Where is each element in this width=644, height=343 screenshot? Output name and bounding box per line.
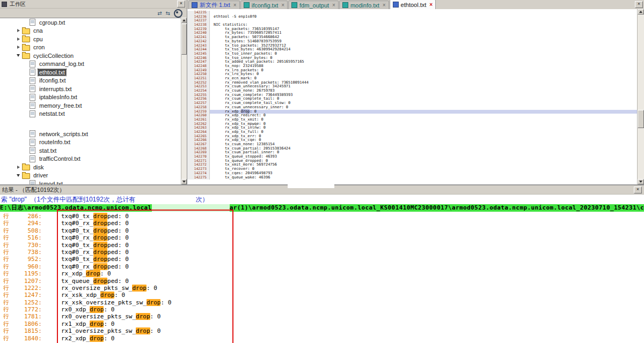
result-rows: 行286:txq#0_tx_dropped: 0行294:txq#0_rx_dr… <box>0 212 644 342</box>
line-text: rx_xdp_tx_inlnw: 0 <box>210 126 638 130</box>
tree-item-cgroup.txt[interactable]: cgroup.txt <box>0 18 181 27</box>
result-row[interactable]: 行1222:rx_oversize_pkts_sw_drop: 0 <box>0 285 644 292</box>
match-highlight: drop <box>93 263 108 270</box>
tab-新文件 1.txt[interactable]: 新文件 1.txt× <box>188 1 240 9</box>
editor-code[interactable]: 142235142236ethtool -S enp1s0f0142237142… <box>187 9 638 184</box>
editor-line: 142236ethtool -S enp1s0f0 <box>187 15 638 19</box>
tree-item-ethtool.txt[interactable]: ethtool.txt <box>0 68 181 77</box>
result-row[interactable]: 行1207:tx_queue_dropped: 0 <box>0 278 644 285</box>
result-row[interactable]: 行952:txq#0_tx_dropped: 0 <box>0 256 644 263</box>
tree-item-cpu[interactable]: cpu <box>0 35 181 43</box>
row-line-label: 行 <box>0 299 14 306</box>
tab-label: ethtool.txt <box>401 2 427 8</box>
tree-item-netstat.txt[interactable]: netstat.txt <box>0 110 181 118</box>
row-line-label: 行 <box>0 263 14 270</box>
row-line-number: 286: <box>14 213 42 220</box>
tree-item-label: command_log.txt <box>38 61 85 67</box>
match-highlight: drop <box>93 278 108 285</box>
scroll-down-icon[interactable] <box>638 179 644 184</box>
tree-item-command_log.txt[interactable]: command_log.txt <box>0 60 181 69</box>
expand-arrow-icon[interactable] <box>16 38 21 41</box>
collapse-arrow-icon[interactable] <box>16 53 21 58</box>
folder-icon <box>22 173 30 179</box>
tree-item-stat.txt[interactable]: stat.txt <box>0 146 181 155</box>
tab-close-icon[interactable]: × <box>429 2 433 8</box>
result-row[interactable]: 行960:txq#0_rx_dropped: 0 <box>0 263 644 270</box>
result-row[interactable]: 行294:txq#0_rx_dropped: 0 <box>0 220 644 227</box>
result-row[interactable]: 行1252:rx_xsk_oversize_pkts_sw_drop: 0 <box>0 299 644 306</box>
result-row[interactable]: 行1772:rx0_xdp_drop: 0 <box>0 306 644 313</box>
tree-item-label: interrupts.txt <box>38 86 73 92</box>
scroll-up-icon[interactable] <box>638 9 644 14</box>
tab-close-icon[interactable]: × <box>281 3 284 8</box>
tree-item-lsmod.txt[interactable]: lsmod.txt <box>0 180 181 184</box>
tab-modinfo.txt[interactable]: modinfo.txt× <box>339 1 389 9</box>
result-file-path[interactable]: E:\日志\armod0523.odata.ncmp.unicom.locala… <box>0 204 644 212</box>
results-close-icon[interactable]: × <box>634 187 642 193</box>
result-row[interactable]: 行738:txq#0_rx_dropped: 0 <box>0 249 644 256</box>
tab-close-icon[interactable]: × <box>332 3 335 8</box>
file-icon <box>30 85 35 92</box>
tree-item-trafficControl.txt[interactable]: trafficControl.txt <box>0 155 181 163</box>
scroll-thumb[interactable] <box>638 110 644 128</box>
tree-item-disk[interactable]: disk <box>0 163 181 172</box>
sync-tree-icon[interactable]: ⇄ <box>157 10 162 17</box>
expand-arrow-icon[interactable] <box>16 166 21 169</box>
row-line-number: 1247: <box>14 292 42 299</box>
file-icon <box>244 2 250 8</box>
tree-item-driver[interactable]: driver <box>0 172 181 180</box>
result-row[interactable]: 行1781:rx0_oversize_pkts_sw_drop: 0 <box>0 313 644 320</box>
tree-item-memory_free.txt[interactable]: memory_free.txt <box>0 101 181 110</box>
row-match-text: txq#0_rx_dropped: 0 <box>42 249 129 256</box>
tab-fdm_output[interactable]: fdm_output× <box>288 1 339 9</box>
tree-item-ifconfig.txt[interactable]: ifconfig.txt <box>0 77 181 85</box>
scroll-thumb[interactable] <box>181 24 187 55</box>
tab-ethtool.txt[interactable]: ethtool.txt× <box>390 0 436 9</box>
file-icon <box>30 19 35 26</box>
workspace-caption: 工作区 × <box>0 0 187 9</box>
tab-list: 新文件 1.txt×ifconfig.txt×fdm_output×modinf… <box>188 0 436 9</box>
line-text: tx_added_vlan_packets: 205165957165 <box>210 60 638 64</box>
line-text: rx_xdp_redirect: 0 <box>210 114 638 118</box>
tree-item-label: cpu <box>32 36 44 42</box>
tree-item-routeInfo.txt[interactable]: routeInfo.txt <box>0 138 181 147</box>
tab-close-icon[interactable]: × <box>383 3 386 8</box>
workspace-close-icon[interactable]: × <box>177 1 185 8</box>
tree-item-cron[interactable]: cron <box>0 43 181 52</box>
row-match-text: rx1_xdp_drop: 0 <box>42 320 114 327</box>
editor-scrollbar[interactable] <box>637 9 644 184</box>
result-row[interactable]: 行1247:rx_xsk_xdp_drop: 0 <box>0 292 644 299</box>
result-row[interactable]: 行516:txq#0_rx_dropped: 0 <box>0 234 644 241</box>
collapse-arrow-icon[interactable] <box>16 173 21 178</box>
tree-item-iptablesInfo.txt[interactable]: iptablesInfo.txt <box>0 93 181 102</box>
tabbar-close-icon[interactable]: × <box>635 1 643 8</box>
scroll-up-icon[interactable] <box>181 18 187 23</box>
row-match-text: rx_xdp_drop: 0 <box>42 270 111 277</box>
result-row[interactable]: 行1840:rx2_xdp_drop: 0 <box>0 335 644 342</box>
tab-ifconfig.txt[interactable]: ifconfig.txt× <box>240 1 288 9</box>
row-line-label: 行 <box>0 278 14 285</box>
result-row[interactable]: 行730:txq#0_tx_dropped: 0 <box>0 242 644 249</box>
expand-arrow-icon[interactable] <box>16 29 21 32</box>
line-text: rx_csum_unnecessary_inner: 0 <box>210 106 638 110</box>
row-match-text: rx_oversize_pkts_sw_drop: 0 <box>42 285 157 292</box>
result-row[interactable]: 行1806:rx1_xdp_drop: 0 <box>0 320 644 327</box>
tree-item-network_scripts.txt[interactable]: network_scripts.txt <box>0 130 181 138</box>
scroll-down-icon[interactable] <box>181 179 187 184</box>
workspace-scrollbar[interactable] <box>181 18 187 184</box>
result-row[interactable]: 行286:txq#0_tx_dropped: 0 <box>0 213 644 220</box>
row-line-number: 1781: <box>14 313 42 320</box>
workspace-panel: 工作区 × ⇄⇆ cgroup.txtcnacpucroncyclicColle… <box>0 0 187 184</box>
locate-file-icon[interactable] <box>174 9 182 18</box>
tree-item-cna[interactable]: cna <box>0 27 181 35</box>
result-row[interactable]: 行508:txq#0_tx_dropped: 0 <box>0 227 644 234</box>
match-highlight: drop <box>90 335 104 342</box>
tab-close-icon[interactable]: × <box>233 3 237 8</box>
result-row[interactable]: 行1195:rx_xdp_drop: 0 <box>0 270 644 277</box>
tree-item-cyclicCollection[interactable]: cyclicCollection <box>0 51 181 60</box>
tree-item-interrupts.txt[interactable]: interrupts.txt <box>0 85 181 93</box>
redaction-box <box>288 176 334 188</box>
sync-file-icon[interactable]: ⇆ <box>166 10 170 17</box>
result-row[interactable]: 行1815:rx1_oversize_pkts_sw_drop: 0 <box>0 327 644 334</box>
expand-arrow-icon[interactable] <box>16 46 21 49</box>
